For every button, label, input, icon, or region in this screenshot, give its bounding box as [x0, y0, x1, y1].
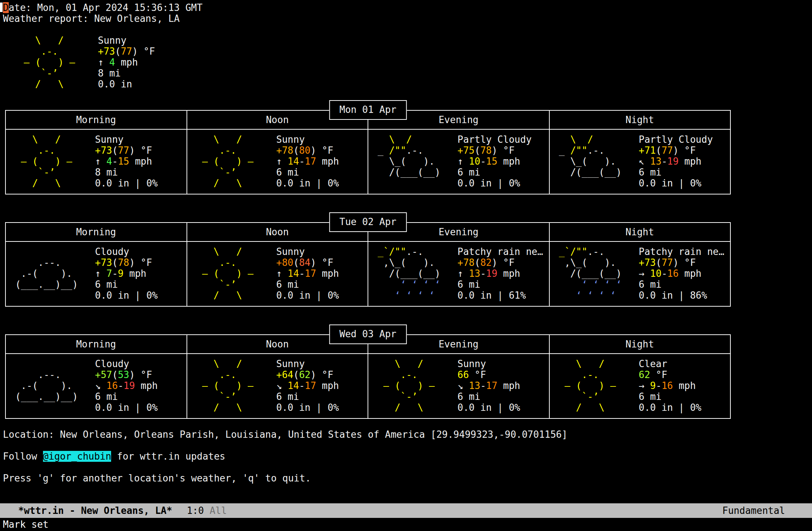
sun-behind-cloud-icon: /(___(__)	[553, 167, 639, 178]
forecast-table: MorningNoonEveningNight Cloudy .--.+73(7…	[5, 222, 731, 307]
condition-value: Sunny	[95, 134, 123, 145]
precipitation-value: 0.0 in | 86%	[639, 290, 707, 301]
period-header-night: Night	[549, 110, 731, 129]
wind-value: ↘ 14-17 mph	[276, 380, 339, 391]
weather-line-condition: _`/"".-.Patchy rain ne…	[553, 246, 727, 257]
sun-icon: .-.	[191, 257, 276, 268]
sun-icon: ― ( ) ―	[9, 156, 95, 167]
sun-icon: \ /	[553, 358, 639, 369]
weather-line-temperature: .-.62 °F	[553, 369, 727, 380]
wind-value: ↘ 16-19 mph	[95, 380, 158, 391]
sun-icon: .-.	[191, 145, 276, 156]
forecast-cell-noon: \ /Sunny .-.+80(84) °F ― ( ) ―↑ 14-17 mp…	[187, 241, 368, 306]
sun-icon: / \	[12, 79, 98, 90]
weather-line-visibility: /(___(__)6 mi	[553, 167, 727, 178]
weather-line-condition: Cloudy	[9, 358, 184, 369]
forecast-cell-morning: Cloudy .--.+73(78) °F .-( ).↑ 7-9 mph (_…	[5, 241, 187, 306]
weather-line-visibility: (___.__)__)6 mi	[9, 391, 184, 402]
weather-line-visibility: `-’8 mi	[12, 68, 812, 79]
weather-line-temperature: .-.+64(62) °F	[191, 369, 365, 380]
forecast-cell-evening: \ /Partly Cloudy _ /"".-.+75(78) °F \_( …	[368, 129, 549, 194]
modeline-position: 1:0	[187, 505, 204, 516]
rain-cloud-icon: /(___(__)	[372, 268, 458, 279]
rain-cloud-icon: ,\_( ).	[372, 257, 458, 268]
help-line: Press 'g' for another location's weather…	[3, 473, 812, 484]
period-header-morning: Morning	[5, 335, 187, 354]
weather-line-visibility: ‘ ‘ ‘ ‘6 mi	[553, 279, 727, 290]
weather-line-precipitation: / \0.0 in | 0%	[372, 402, 546, 413]
temperature-value: +71(77) °F	[639, 145, 696, 156]
weather-line-visibility: `-’6 mi	[191, 279, 365, 290]
emacs-frame: Date: Mon, 01 Apr 2024 15:36:13 GMT Weat…	[0, 0, 812, 531]
sun-icon: ― ( ) ―	[191, 268, 276, 279]
visibility-value: 6 mi	[276, 167, 299, 178]
twitter-handle-link[interactable]: @igor_chubin	[43, 451, 111, 462]
weather-line-wind: ― ( ) ―↘ 13-17 mph	[372, 380, 546, 391]
forecast-day-label-text: Tue 02 Apr	[340, 216, 397, 227]
condition-value: Sunny	[276, 134, 305, 145]
follow-line: Follow @igor_chubin for wttr.in updates	[3, 451, 812, 462]
weather-line-condition: \ /Partly Cloudy	[372, 134, 546, 145]
forecast-cell-evening: \ /Sunny .-.66 °F ― ( ) ―↘ 13-17 mph `-’…	[368, 354, 549, 418]
visibility-value: 6 mi	[458, 167, 480, 178]
weather-line-wind: ― ( ) ―↑ 4 mph	[12, 57, 812, 68]
forecast-cell-night: \ /Partly Cloudy _ /"".-.+71(77) °F \_( …	[549, 129, 731, 194]
current-conditions: \ /Sunny .-.+73(77) °F ― ( ) ―↑ 4 mph `-…	[12, 35, 812, 90]
sun-icon: .-.	[12, 46, 98, 57]
precipitation-value: 0.0 in | 0%	[276, 402, 339, 413]
weather-line-precipitation: / \0.0 in | 0%	[191, 402, 365, 413]
sun-icon: `-’	[191, 391, 276, 402]
forecast-cell-noon: \ /Sunny .-.+64(62) °F ― ( ) ―↘ 14-17 mp…	[187, 354, 368, 418]
visibility-value: 6 mi	[95, 391, 118, 402]
rain-cloud-icon: /(___(__)	[553, 268, 639, 279]
sun-icon: / \	[9, 178, 95, 189]
sun-icon: .-.	[191, 369, 276, 380]
emacs-modeline: *wttr.in - New Orleans, LA* 1:0 All Fund…	[0, 503, 812, 518]
condition-value: Sunny	[98, 35, 126, 46]
forecast-days: Mon 01 Apr MorningNoonEveningNight \ /Su…	[3, 110, 812, 419]
visibility-value: 6 mi	[276, 391, 299, 402]
temperature-value: +73(77) °F	[639, 257, 696, 268]
weather-line-temperature: .-.+73(77) °F	[12, 46, 812, 57]
condition-value: Clear	[639, 358, 667, 369]
weather-line-temperature: .-.+80(84) °F	[191, 257, 365, 268]
weather-line-wind: ― ( ) ―↑ 4-15 mph	[9, 156, 184, 167]
condition-value: Sunny	[458, 358, 486, 369]
weather-line-wind: ― ( ) ―↘ 14-17 mph	[191, 380, 365, 391]
sun-icon: `-’	[191, 167, 276, 178]
weather-line-condition: \ /Sunny	[372, 358, 546, 369]
sun-icon: / \	[553, 402, 639, 413]
sun-icon: .-.	[553, 369, 639, 380]
weather-line-wind: \_( ).↖ 13-19 mph	[553, 156, 727, 167]
condition-value: Partly Cloudy	[639, 134, 713, 145]
weather-line-visibility: /(___(__)6 mi	[372, 167, 546, 178]
period-body-row: Cloudy .--.+73(78) °F .-( ).↑ 7-9 mph (_…	[5, 241, 730, 306]
visibility-value: 6 mi	[95, 279, 118, 290]
condition-value: Sunny	[276, 358, 305, 369]
weather-line-temperature: .--.+57(53) °F	[9, 369, 184, 380]
sun-icon: `-’	[191, 279, 276, 290]
temperature-value: +75(78) °F	[458, 145, 515, 156]
sun-icon: \ /	[191, 246, 276, 257]
weather-line-condition: _`/"".-.Patchy rain ne…	[372, 246, 546, 257]
sun-behind-cloud-icon: \_( ).	[372, 156, 458, 167]
cloud-icon: .-( ).	[9, 268, 95, 279]
weather-line-precipitation: 0.0 in | 0%	[9, 290, 184, 301]
weather-line-temperature: ,\_( ).+78(82) °F	[372, 257, 546, 268]
cloud-icon: (___.__)__)	[9, 391, 95, 402]
sun-icon: \ /	[191, 358, 276, 369]
rain-cloud-icon: ,\_( ).	[553, 257, 639, 268]
sun-icon: ― ( ) ―	[191, 156, 276, 167]
emacs-minibuffer: Mark set	[0, 518, 812, 531]
weather-line-wind: /(___(__)↑ 13-19 mph	[372, 268, 546, 279]
cloud-icon: .--.	[9, 257, 95, 268]
weather-line-wind: \_( ).↑ 10-15 mph	[372, 156, 546, 167]
precipitation-value: 0.0 in | 0%	[458, 178, 520, 189]
modeline-major-mode: Fundamental	[722, 505, 785, 516]
sun-icon: / \	[191, 178, 276, 189]
wind-value: ↑ 13-19 mph	[458, 268, 520, 279]
weather-line-precipitation: / \0.0 in	[12, 79, 812, 90]
temperature-value: 66 °F	[458, 369, 486, 380]
sun-behind-cloud-icon: \_( ).	[553, 156, 639, 167]
sun-icon: \ /	[191, 134, 276, 145]
